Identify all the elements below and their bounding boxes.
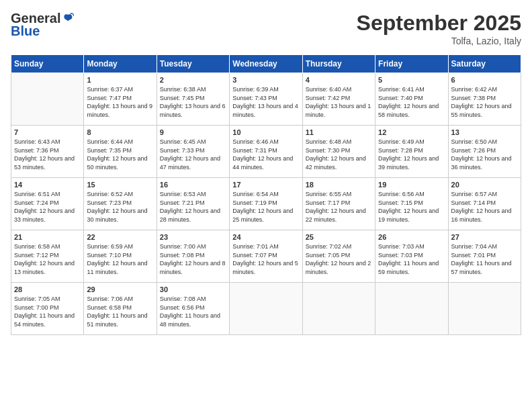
day-info: Sunrise: 7:02 AMSunset: 7:05 PMDaylight:… [306, 242, 372, 276]
day-info: Sunrise: 6:39 AMSunset: 7:43 PMDaylight:… [232, 85, 299, 119]
calendar-day-cell: 2Sunrise: 6:38 AMSunset: 7:45 PMDaylight… [157, 73, 229, 126]
calendar-day-cell [11, 73, 84, 126]
calendar-day-cell: 28Sunrise: 7:05 AMSunset: 7:00 PMDayligh… [11, 283, 84, 335]
day-info: Sunrise: 6:57 AMSunset: 7:14 PMDaylight:… [451, 190, 518, 224]
day-number: 28 [14, 285, 81, 293]
day-info: Sunrise: 6:45 AMSunset: 7:33 PMDaylight:… [160, 138, 226, 171]
calendar-week-row: 7Sunrise: 6:43 AMSunset: 7:36 PMDaylight… [11, 126, 521, 178]
calendar-day-cell: 13Sunrise: 6:50 AMSunset: 7:26 PMDayligh… [448, 126, 521, 178]
calendar-day-cell: 23Sunrise: 7:00 AMSunset: 7:08 PMDayligh… [157, 230, 229, 283]
calendar-container: General Blue September 2025 Tolfa, Lazio… [0, 0, 532, 340]
day-number: 22 [87, 233, 153, 241]
day-info: Sunrise: 6:52 AMSunset: 7:23 PMDaylight:… [87, 190, 153, 224]
day-info: Sunrise: 7:03 AMSunset: 7:03 PMDaylight:… [378, 242, 445, 276]
day-number: 23 [160, 233, 226, 241]
calendar-day-cell: 10Sunrise: 6:46 AMSunset: 7:31 PMDayligh… [230, 126, 302, 178]
calendar-day-cell [302, 283, 375, 335]
day-number: 20 [451, 181, 518, 189]
day-number: 30 [160, 285, 226, 293]
day-info: Sunrise: 6:37 AMSunset: 7:47 PMDaylight:… [87, 85, 153, 119]
day-info: Sunrise: 6:46 AMSunset: 7:31 PMDaylight:… [232, 138, 299, 171]
day-number: 2 [160, 76, 226, 84]
day-number: 15 [87, 181, 153, 189]
day-info: Sunrise: 6:42 AMSunset: 7:38 PMDaylight:… [451, 85, 518, 119]
calendar-day-cell [375, 283, 448, 335]
day-info: Sunrise: 6:43 AMSunset: 7:36 PMDaylight:… [14, 138, 81, 171]
calendar-day-cell: 21Sunrise: 6:58 AMSunset: 7:12 PMDayligh… [11, 230, 84, 283]
day-number: 13 [451, 128, 518, 136]
day-number: 6 [451, 76, 518, 84]
day-info: Sunrise: 7:06 AMSunset: 6:58 PMDaylight:… [87, 295, 153, 328]
weekday-header: Tuesday [157, 55, 229, 73]
day-number: 4 [306, 76, 372, 84]
day-number: 26 [378, 233, 445, 241]
calendar-day-cell: 12Sunrise: 6:49 AMSunset: 7:28 PMDayligh… [375, 126, 448, 178]
title-section: September 2025 Tolfa, Lazio, Italy [357, 11, 521, 46]
day-info: Sunrise: 6:54 AMSunset: 7:19 PMDaylight:… [232, 190, 299, 224]
calendar-day-cell: 27Sunrise: 7:04 AMSunset: 7:01 PMDayligh… [448, 230, 521, 283]
day-info: Sunrise: 6:48 AMSunset: 7:30 PMDaylight:… [306, 138, 372, 171]
calendar-week-row: 1Sunrise: 6:37 AMSunset: 7:47 PMDaylight… [11, 73, 521, 126]
logo-bird-icon [62, 13, 74, 25]
calendar-day-cell: 29Sunrise: 7:06 AMSunset: 6:58 PMDayligh… [84, 283, 157, 335]
calendar-day-cell: 4Sunrise: 6:40 AMSunset: 7:42 PMDaylight… [302, 73, 375, 126]
calendar-week-row: 28Sunrise: 7:05 AMSunset: 7:00 PMDayligh… [11, 283, 521, 335]
day-number: 3 [232, 76, 299, 84]
calendar-table: SundayMondayTuesdayWednesdayThursdayFrid… [11, 54, 521, 335]
day-info: Sunrise: 7:01 AMSunset: 7:07 PMDaylight:… [232, 242, 299, 276]
day-number: 8 [87, 128, 153, 136]
calendar-day-cell [230, 283, 302, 335]
header: General Blue September 2025 Tolfa, Lazio… [11, 11, 521, 46]
calendar-day-cell: 15Sunrise: 6:52 AMSunset: 7:23 PMDayligh… [84, 178, 157, 230]
weekday-header: Friday [375, 55, 448, 73]
day-number: 25 [306, 233, 372, 241]
calendar-day-cell: 24Sunrise: 7:01 AMSunset: 7:07 PMDayligh… [230, 230, 302, 283]
calendar-day-cell: 17Sunrise: 6:54 AMSunset: 7:19 PMDayligh… [230, 178, 302, 230]
logo-blue: Blue [11, 24, 40, 39]
day-number: 21 [14, 233, 81, 241]
day-info: Sunrise: 6:55 AMSunset: 7:17 PMDaylight:… [306, 190, 372, 224]
day-info: Sunrise: 6:38 AMSunset: 7:45 PMDaylight:… [160, 85, 226, 119]
day-info: Sunrise: 6:51 AMSunset: 7:24 PMDaylight:… [14, 190, 81, 224]
day-number: 14 [14, 181, 81, 189]
calendar-day-cell: 7Sunrise: 6:43 AMSunset: 7:36 PMDaylight… [11, 126, 84, 178]
calendar-day-cell: 3Sunrise: 6:39 AMSunset: 7:43 PMDaylight… [230, 73, 302, 126]
day-number: 7 [14, 128, 81, 136]
day-number: 27 [451, 233, 518, 241]
calendar-day-cell: 18Sunrise: 6:55 AMSunset: 7:17 PMDayligh… [302, 178, 375, 230]
calendar-day-cell: 20Sunrise: 6:57 AMSunset: 7:14 PMDayligh… [448, 178, 521, 230]
weekday-header: Thursday [302, 55, 375, 73]
day-info: Sunrise: 7:00 AMSunset: 7:08 PMDaylight:… [160, 242, 226, 276]
weekday-header-row: SundayMondayTuesdayWednesdayThursdayFrid… [11, 55, 521, 73]
weekday-header: Saturday [448, 55, 521, 73]
day-info: Sunrise: 6:50 AMSunset: 7:26 PMDaylight:… [451, 138, 518, 171]
calendar-day-cell: 22Sunrise: 6:59 AMSunset: 7:10 PMDayligh… [84, 230, 157, 283]
calendar-day-cell: 8Sunrise: 6:44 AMSunset: 7:35 PMDaylight… [84, 126, 157, 178]
calendar-day-cell: 14Sunrise: 6:51 AMSunset: 7:24 PMDayligh… [11, 178, 84, 230]
calendar-day-cell: 1Sunrise: 6:37 AMSunset: 7:47 PMDaylight… [84, 73, 157, 126]
day-info: Sunrise: 7:04 AMSunset: 7:01 PMDaylight:… [451, 242, 518, 276]
calendar-week-row: 14Sunrise: 6:51 AMSunset: 7:24 PMDayligh… [11, 178, 521, 230]
day-number: 19 [378, 181, 445, 189]
day-number: 11 [306, 128, 372, 136]
day-info: Sunrise: 6:59 AMSunset: 7:10 PMDaylight:… [87, 242, 153, 276]
day-info: Sunrise: 6:40 AMSunset: 7:42 PMDaylight:… [306, 85, 372, 119]
day-number: 17 [232, 181, 299, 189]
day-number: 1 [87, 76, 153, 84]
calendar-week-row: 21Sunrise: 6:58 AMSunset: 7:12 PMDayligh… [11, 230, 521, 283]
logo: General Blue [11, 11, 74, 39]
day-info: Sunrise: 7:05 AMSunset: 7:00 PMDaylight:… [14, 295, 81, 328]
calendar-day-cell: 11Sunrise: 6:48 AMSunset: 7:30 PMDayligh… [302, 126, 375, 178]
day-info: Sunrise: 6:41 AMSunset: 7:40 PMDaylight:… [378, 85, 445, 119]
calendar-day-cell: 25Sunrise: 7:02 AMSunset: 7:05 PMDayligh… [302, 230, 375, 283]
calendar-day-cell: 30Sunrise: 7:08 AMSunset: 6:56 PMDayligh… [157, 283, 229, 335]
calendar-day-cell: 9Sunrise: 6:45 AMSunset: 7:33 PMDaylight… [157, 126, 229, 178]
day-number: 12 [378, 128, 445, 136]
day-number: 10 [232, 128, 299, 136]
calendar-day-cell: 16Sunrise: 6:53 AMSunset: 7:21 PMDayligh… [157, 178, 229, 230]
day-info: Sunrise: 6:58 AMSunset: 7:12 PMDaylight:… [14, 242, 81, 276]
calendar-day-cell: 5Sunrise: 6:41 AMSunset: 7:40 PMDaylight… [375, 73, 448, 126]
day-number: 24 [232, 233, 299, 241]
weekday-header: Sunday [11, 55, 84, 73]
calendar-day-cell: 19Sunrise: 6:56 AMSunset: 7:15 PMDayligh… [375, 178, 448, 230]
